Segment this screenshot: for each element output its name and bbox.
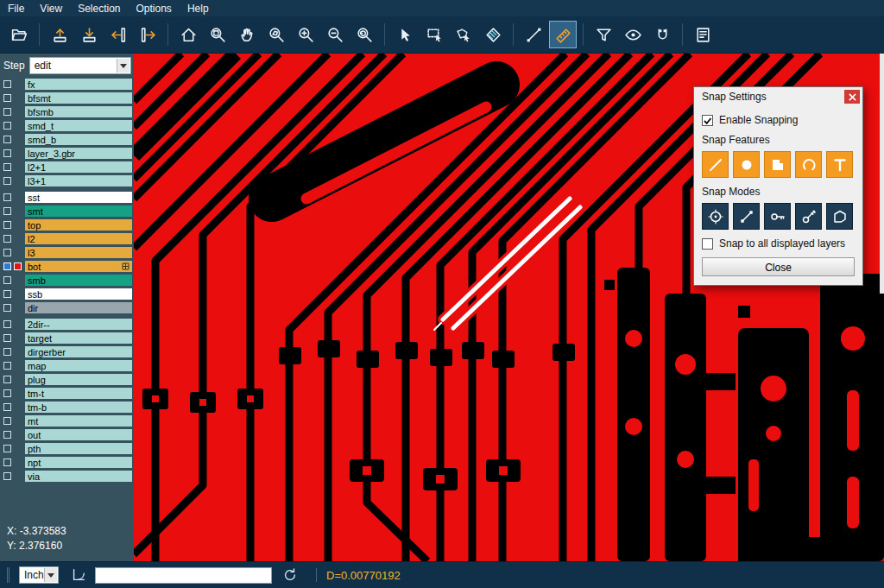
snap-surface-button[interactable] xyxy=(764,151,791,178)
layer-label-bar[interactable]: mt xyxy=(25,415,132,427)
layer-label-bar[interactable]: target xyxy=(25,332,132,344)
pan-hand-button[interactable] xyxy=(233,21,261,48)
layer-row-bfsmt[interactable]: bfsmt xyxy=(0,92,134,104)
layer-label-bar[interactable]: top xyxy=(25,219,132,231)
layer-label-bar[interactable]: 2dir-- xyxy=(25,319,132,330)
import-up-button[interactable] xyxy=(46,21,73,48)
layer-label-bar[interactable]: out xyxy=(25,429,132,440)
layer-label-bar[interactable]: dir xyxy=(25,302,132,313)
rect-select-button[interactable] xyxy=(420,21,448,48)
layer-row-layer_3.gbr[interactable]: layer_3.gbr xyxy=(0,147,134,160)
layer-label-bar[interactable]: fx xyxy=(25,79,132,90)
layer-visibility-checkbox[interactable] xyxy=(3,136,11,143)
layer-visibility-checkbox[interactable] xyxy=(3,262,11,270)
layer-row-map[interactable]: map xyxy=(0,359,134,372)
snap-line-button[interactable] xyxy=(702,151,729,178)
layer-label-bar[interactable]: smb xyxy=(25,275,132,286)
layer-row-ssb[interactable]: ssb xyxy=(0,288,134,300)
layer-row-smd_b[interactable]: smd_b xyxy=(0,133,134,146)
layer-row-smt[interactable]: smt xyxy=(0,205,134,218)
layer-row-l3[interactable]: l3 xyxy=(0,246,134,259)
snap-pad-button[interactable] xyxy=(733,151,760,178)
layer-row-l3+1[interactable]: l3+1 xyxy=(0,174,134,187)
menu-view[interactable]: View xyxy=(32,2,70,16)
layer-label-bar[interactable]: npt xyxy=(25,457,132,468)
close-button[interactable]: Close xyxy=(702,257,855,276)
view-eye-button[interactable] xyxy=(619,21,647,48)
hatch-fill-button[interactable] xyxy=(479,21,507,48)
layer-row-bfsmb[interactable]: bfsmb xyxy=(0,105,134,118)
layer-visibility-checkbox[interactable] xyxy=(3,163,11,171)
layer-label-bar[interactable]: bfsmt xyxy=(25,92,132,104)
layer-row-smd_t[interactable]: smd_t xyxy=(0,119,134,132)
layer-visibility-checkbox[interactable] xyxy=(3,207,11,215)
ruler-measure-button[interactable] xyxy=(549,21,577,48)
layer-label-bar[interactable]: bfsmb xyxy=(25,106,132,117)
layer-visibility-checkbox[interactable] xyxy=(3,290,11,298)
layer-visibility-checkbox[interactable] xyxy=(3,249,11,256)
layer-label-bar[interactable]: dirgerber xyxy=(25,346,132,357)
layer-row-tm-t[interactable]: tm-t xyxy=(0,387,134,400)
zoom-in-button[interactable] xyxy=(292,21,319,48)
layer-visibility-checkbox[interactable] xyxy=(3,304,11,312)
layer-label-bar[interactable]: smt xyxy=(25,205,132,217)
layer-row-smb[interactable]: smb xyxy=(0,274,134,287)
layer-row-out[interactable]: out xyxy=(0,428,134,441)
zoom-out-button[interactable] xyxy=(321,21,349,48)
snap-arc-button[interactable] xyxy=(795,151,822,178)
layer-label-bar[interactable]: tm-b xyxy=(25,401,132,413)
layer-visibility-checkbox[interactable] xyxy=(3,122,11,130)
layer-row-l2+1[interactable]: l2+1 xyxy=(0,161,134,174)
all-layers-row[interactable]: Snap to all displayed layers xyxy=(702,237,855,250)
import-left-button[interactable] xyxy=(104,21,132,48)
units-select[interactable]: Inch xyxy=(19,566,59,584)
layer-visibility-checkbox[interactable] xyxy=(3,334,11,342)
layer-label-bar[interactable]: plug xyxy=(25,374,132,385)
step-select-arrow-button[interactable] xyxy=(117,59,129,73)
layer-row-sst[interactable]: sst xyxy=(0,191,134,204)
layer-label-bar[interactable]: smd_t xyxy=(25,120,132,131)
layer-visibility-checkbox[interactable] xyxy=(3,221,11,229)
refresh-icon[interactable] xyxy=(282,567,298,583)
layer-label-bar[interactable]: ssb xyxy=(25,288,132,300)
menu-file[interactable]: File xyxy=(0,2,32,16)
layer-row-l2[interactable]: l2 xyxy=(0,232,134,245)
all-layers-checkbox[interactable] xyxy=(702,238,713,250)
layer-visibility-checkbox[interactable] xyxy=(3,108,11,116)
mode-nearest-button[interactable] xyxy=(733,203,760,230)
layer-visibility-checkbox[interactable] xyxy=(3,458,11,466)
layer-row-dirgerber[interactable]: dirgerber xyxy=(0,345,134,358)
layer-row-npt[interactable]: npt xyxy=(0,456,134,469)
layer-label-bar[interactable]: tm-t xyxy=(25,388,132,399)
layer-label-bar[interactable]: layer_3.gbr xyxy=(25,148,132,159)
mode-contour-button[interactable] xyxy=(826,203,853,230)
layer-visibility-checkbox[interactable] xyxy=(3,320,11,328)
layer-row-tm-b[interactable]: tm-b xyxy=(0,401,134,414)
layer-label-bar[interactable]: sst xyxy=(25,192,132,203)
layer-label-bar[interactable]: smd_b xyxy=(25,134,132,145)
layer-visibility-checkbox[interactable] xyxy=(3,177,11,185)
layer-row-bot[interactable]: bot xyxy=(0,260,134,273)
layer-row-mt[interactable]: mt xyxy=(0,414,134,427)
snap-text-button[interactable] xyxy=(826,151,853,178)
layer-label-bar[interactable]: l3 xyxy=(25,247,132,258)
import-down-button[interactable] xyxy=(75,21,103,48)
layer-visibility-checkbox[interactable] xyxy=(3,472,11,480)
layer-row-plug[interactable]: plug xyxy=(0,373,134,386)
zoom-area-button[interactable] xyxy=(262,21,290,48)
mode-center-button[interactable] xyxy=(702,203,729,230)
layer-visibility-checkbox[interactable] xyxy=(3,80,11,88)
layer-visibility-checkbox[interactable] xyxy=(3,276,11,284)
layer-visibility-checkbox[interactable] xyxy=(3,362,11,370)
layer-row-fx[interactable]: fx xyxy=(0,78,134,91)
menu-help[interactable]: Help xyxy=(180,2,217,16)
layer-row-via[interactable]: via xyxy=(0,470,134,483)
report-list-button[interactable] xyxy=(689,21,717,48)
layer-visibility-checkbox[interactable] xyxy=(3,376,11,383)
layer-row-dir[interactable]: dir xyxy=(0,301,134,314)
import-right-button[interactable] xyxy=(134,21,161,48)
layer-visibility-checkbox[interactable] xyxy=(3,431,11,439)
layer-visibility-checkbox[interactable] xyxy=(3,348,11,356)
layer-visibility-checkbox[interactable] xyxy=(3,417,11,425)
menu-selection[interactable]: Selection xyxy=(70,2,128,16)
